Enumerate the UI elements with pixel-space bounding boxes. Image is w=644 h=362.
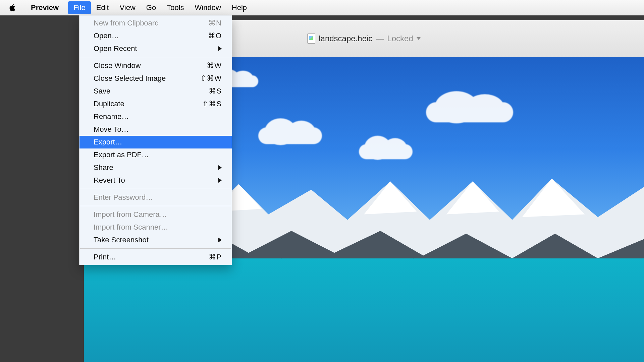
file-menu-export-as-pdf[interactable]: Export as PDF… [79,148,232,161]
document-status: Locked [387,34,413,43]
menu-item-label: Print… [94,253,209,261]
menubar: Preview FileEditViewGoToolsWindowHelp [0,0,644,15]
file-menu-dropdown: New from Clipboard⌘NOpen…⌘OOpen RecentCl… [79,15,232,265]
menu-item-label: Move To… [94,125,222,134]
document-file-icon [307,34,315,44]
title-dropdown-chevron-icon[interactable] [417,37,421,40]
menu-item-label: Import from Scanner… [94,223,222,232]
file-menu-open[interactable]: Open…⌘O [79,29,232,42]
menu-item-label: Close Window [94,61,207,70]
submenu-arrow-icon [218,46,222,51]
menu-window[interactable]: Window [190,1,226,14]
menu-item-shortcut: ⌘N [208,19,222,27]
menu-view[interactable]: View [114,1,141,14]
menu-item-label: Take Screenshot [94,236,218,244]
menu-item-label: Rename… [94,112,222,121]
menu-help[interactable]: Help [226,1,252,14]
menu-item-label: Export… [94,138,222,146]
submenu-arrow-icon [218,238,222,242]
menu-item-label: Close Selected Image [94,74,200,83]
document-title: landscape.heic [319,34,372,43]
file-menu-close-selected-image[interactable]: Close Selected Image⇧⌘W [79,72,232,85]
menu-item-label: Duplicate [94,100,202,108]
apple-menu-icon[interactable] [8,3,17,12]
file-menu-move-to[interactable]: Move To… [79,123,232,136]
file-menu-close-window[interactable]: Close Window⌘W [79,59,232,72]
menu-file[interactable]: File [68,1,91,14]
file-menu-export[interactable]: Export… [79,136,232,148]
file-menu-rename[interactable]: Rename… [79,110,232,123]
file-menu-share[interactable]: Share [79,161,232,174]
file-menu-duplicate[interactable]: Duplicate⇧⌘S [79,98,232,110]
submenu-arrow-icon [218,165,222,170]
app-name[interactable]: Preview [28,3,62,12]
file-menu-import-from-camera: Import from Camera… [79,208,232,221]
menu-separator [80,57,231,57]
file-menu-revert-to[interactable]: Revert To [79,174,232,187]
image-lake [84,258,644,362]
file-menu-import-from-scanner: Import from Scanner… [79,221,232,234]
file-menu-print[interactable]: Print…⌘P [79,251,232,263]
menu-edit[interactable]: Edit [91,1,114,14]
menu-separator [80,189,231,189]
menu-item-label: Save [94,87,209,96]
menu-go[interactable]: Go [141,1,161,14]
menu-item-shortcut: ⌘S [209,87,222,96]
menu-item-label: Revert To [94,176,218,185]
menu-tools[interactable]: Tools [161,1,189,14]
menu-item-label: Open Recent [94,44,218,53]
menu-item-label: Enter Password… [94,193,222,202]
menu-item-label: New from Clipboard [94,19,208,27]
submenu-arrow-icon [218,178,222,183]
image-cloud [426,102,513,122]
menu-item-shortcut: ⇧⌘W [200,74,222,83]
menu-item-label: Import from Camera… [94,210,222,219]
file-menu-open-recent[interactable]: Open Recent [79,42,232,55]
menu-item-shortcut: ⌘W [207,61,222,70]
menu-separator [80,206,231,206]
menu-item-label: Open… [94,32,208,40]
file-menu-new-from-clipboard: New from Clipboard⌘N [79,17,232,29]
document-status-separator: — [376,34,384,43]
menu-separator [80,248,231,249]
file-menu-save[interactable]: Save⌘S [79,85,232,98]
image-cloud [359,144,413,159]
menu-item-label: Share [94,163,218,172]
menu-item-label: Export as PDF… [94,150,222,159]
menu-item-shortcut: ⇧⌘S [202,100,222,108]
menu-item-shortcut: ⌘P [209,253,222,261]
file-menu-take-screenshot[interactable]: Take Screenshot [79,234,232,246]
image-cloud [258,127,322,144]
file-menu-enter-password: Enter Password… [79,191,232,204]
menu-item-shortcut: ⌘O [208,32,222,40]
